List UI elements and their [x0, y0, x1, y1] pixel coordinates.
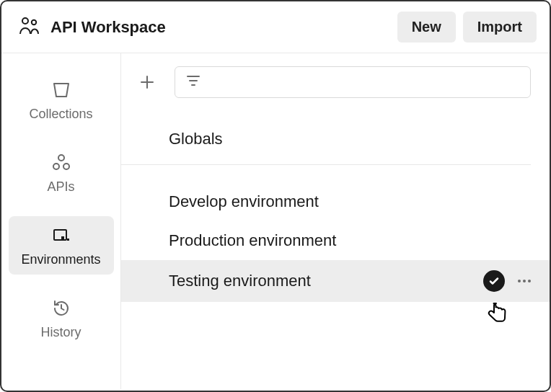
filter-icon: [185, 73, 201, 92]
svg-point-9: [523, 280, 526, 282]
active-check-icon[interactable]: [483, 270, 505, 292]
workspace-header: API Workspace New Import: [1, 1, 550, 53]
import-button[interactable]: Import: [463, 12, 537, 43]
history-icon: [50, 298, 72, 319]
environments-icon: [50, 225, 72, 246]
environment-name: Testing environment: [169, 272, 311, 290]
environment-name: Develop environment: [169, 192, 319, 211]
globals-label: Globals: [169, 130, 223, 148]
environment-name: Production environment: [169, 231, 336, 250]
svg-rect-6: [61, 236, 64, 239]
layout: Collections APIs Environments: [1, 53, 550, 389]
people-icon: [19, 16, 40, 39]
header-left: API Workspace: [19, 16, 166, 39]
plus-icon: [138, 74, 156, 91]
main-panel: Globals Develop environment Production e…: [121, 53, 550, 389]
sidebar-item-apis[interactable]: APIs: [9, 143, 114, 202]
sidebar: Collections APIs Environments: [1, 53, 121, 389]
environment-row[interactable]: Production environment: [121, 221, 550, 260]
add-button[interactable]: [134, 69, 160, 95]
svg-rect-7: [67, 239, 69, 241]
globals-row[interactable]: Globals: [121, 108, 531, 165]
svg-point-1: [32, 19, 36, 24]
svg-point-2: [58, 155, 64, 161]
apis-icon: [50, 152, 72, 174]
sidebar-item-history[interactable]: History: [9, 289, 114, 347]
sidebar-item-label: History: [40, 325, 81, 340]
sidebar-item-label: APIs: [47, 179, 74, 195]
row-actions: [483, 270, 532, 292]
workspace-title: API Workspace: [50, 18, 166, 37]
environment-row[interactable]: Develop environment: [121, 182, 550, 221]
header-actions: New Import: [397, 12, 537, 43]
filter-input[interactable]: [175, 66, 531, 98]
new-button[interactable]: New: [397, 12, 456, 43]
sidebar-item-label: Environments: [21, 252, 100, 267]
environment-row[interactable]: Testing environment: [121, 260, 550, 302]
sidebar-item-collections[interactable]: Collections: [9, 71, 114, 129]
more-options-icon[interactable]: [516, 278, 532, 284]
sidebar-item-label: Collections: [29, 107, 92, 122]
svg-point-4: [63, 164, 69, 169]
main-toolbar: [121, 53, 550, 108]
svg-point-10: [528, 280, 531, 282]
svg-point-3: [53, 164, 59, 169]
environment-list: Develop environment Production environme…: [121, 182, 550, 302]
sidebar-item-environments[interactable]: Environments: [9, 216, 114, 275]
svg-point-0: [22, 18, 28, 24]
svg-point-8: [518, 280, 521, 282]
collections-icon: [50, 79, 72, 101]
svg-rect-5: [54, 230, 66, 240]
